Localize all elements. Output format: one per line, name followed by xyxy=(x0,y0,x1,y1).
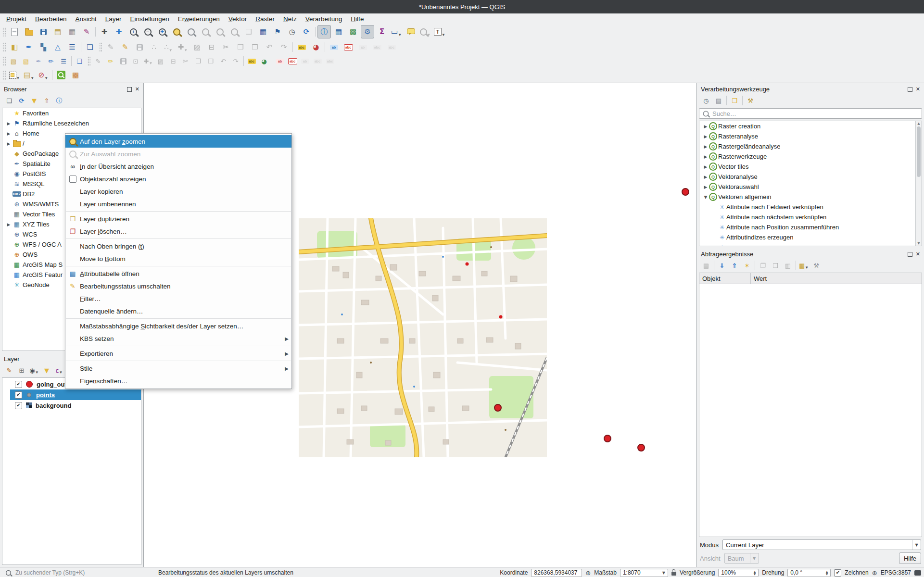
pin-labels-button[interactable]: ab xyxy=(327,40,341,54)
toolbar-grip[interactable] xyxy=(2,56,6,66)
deselect-features-button[interactable]: ⊘▼ xyxy=(37,68,50,82)
processing-group-vektoranalyse[interactable]: ▶QVektoranalyse xyxy=(699,172,922,182)
zoom-in-button[interactable]: + xyxy=(127,25,140,38)
add-raster-layer-button[interactable]: ▚ xyxy=(37,40,50,54)
print-results-button[interactable]: ▥ xyxy=(782,260,794,271)
map-tips-button[interactable] xyxy=(404,25,418,38)
menu-netz[interactable]: Netz xyxy=(279,14,301,24)
highlight-pinned-labels-button[interactable]: abc xyxy=(287,55,298,67)
processing-group-rasteranalyse[interactable]: ▶QRasteranalyse xyxy=(699,131,922,141)
layer-item-points[interactable]: points xyxy=(10,389,141,400)
select-identified-features-button[interactable]: ▦▼ xyxy=(798,260,810,271)
toggle-label-visibility-button[interactable]: abc xyxy=(312,55,323,67)
processing-group-vector-tiles[interactable]: ▶QVector tiles xyxy=(699,162,922,172)
rotation-spinbox[interactable]: 0,0 °▲▼ xyxy=(787,569,831,577)
select-by-value-button[interactable]: ▤▼ xyxy=(22,68,36,82)
sum-features-button[interactable]: Σ xyxy=(375,25,389,38)
add-group-button[interactable]: ⊞ xyxy=(16,364,27,376)
new-geopackage-layer-button[interactable]: ▧ xyxy=(8,55,19,67)
context-menu-item-stile[interactable]: Stile▶ xyxy=(65,362,291,375)
context-menu-item-objektanzahl-anzeigen[interactable]: Objektanzahl anzeigen xyxy=(65,173,291,185)
menu-layer[interactable]: Layer xyxy=(101,14,126,24)
modus-select[interactable]: Current Layer ▼ xyxy=(722,539,921,550)
temporal-controller-button[interactable]: ◷ xyxy=(285,25,299,38)
browser-item-favoriten[interactable]: ★Favoriten xyxy=(2,108,141,118)
new-mesh-layer-button[interactable]: ☰ xyxy=(58,55,69,67)
toolbar-grip[interactable] xyxy=(2,70,6,80)
coordinate-input[interactable]: 826368,5934037 xyxy=(531,569,582,577)
expand-arrow-icon[interactable]: ▶ xyxy=(702,154,709,159)
context-menu-item-auf-den-layer-zoomen[interactable]: Auf den Layer zoomen xyxy=(65,135,291,148)
menu-vektor[interactable]: Vektor xyxy=(224,14,251,24)
zoom-to-layer-button[interactable] xyxy=(170,25,183,38)
delete-selected-button[interactable]: ⊟ xyxy=(205,40,218,54)
advanced-add-record-button[interactable]: ⊡ xyxy=(130,55,141,67)
expand-arrow-icon[interactable]: ▶ xyxy=(5,131,12,136)
refresh-map-button[interactable]: ⟳ xyxy=(300,25,313,38)
advanced-undo-button[interactable]: ↶ xyxy=(217,55,229,67)
toolbar-grip[interactable] xyxy=(87,56,90,66)
scroll-down-icon[interactable]: ▼ xyxy=(917,241,920,246)
expand-arrow-icon[interactable]: ▶ xyxy=(702,185,709,189)
cut-features-button[interactable]: ✂ xyxy=(219,40,233,54)
collapse-tree-button[interactable]: ⇑ xyxy=(729,260,740,271)
advanced-cut-button[interactable]: ✂ xyxy=(180,55,191,67)
layer-diagram-button[interactable]: ◕ xyxy=(309,40,323,54)
hilfe-button[interactable]: Hilfe xyxy=(899,552,921,564)
pan-map-button[interactable]: ✚ xyxy=(98,25,111,38)
scroll-up-icon[interactable]: ▲ xyxy=(917,121,920,126)
processing-close-icon[interactable]: ✕ xyxy=(916,87,920,92)
crs-status[interactable]: EPSG:3857 xyxy=(881,569,911,576)
context-menu-item-in-der-bersicht-anzeigen[interactable]: ∞In der Übersicht anzeigen xyxy=(65,160,291,173)
add-vector-layer-button[interactable]: ✒ xyxy=(22,40,36,54)
advanced-current-edits-button[interactable]: ✎ xyxy=(92,55,104,67)
magnifier-spinbox[interactable]: 100%▲▼ xyxy=(718,569,759,577)
redo-button[interactable]: ↷ xyxy=(277,40,291,54)
browser-refresh-button[interactable]: ⟳ xyxy=(16,95,27,106)
processing-scrollbar[interactable]: ▲ ▼ xyxy=(915,121,922,246)
browser-properties-button[interactable]: ⓘ xyxy=(53,95,65,106)
context-menu-item-zur-auswahl-zoomen[interactable]: Zur Auswahl zoomen xyxy=(65,148,291,160)
osm-place-search-button[interactable] xyxy=(54,68,68,82)
layer-visibility-checkbox[interactable] xyxy=(15,402,22,409)
menu-hilfe[interactable]: Hilfe xyxy=(346,14,368,24)
toolbar-grip[interactable] xyxy=(99,42,102,52)
messages-icon[interactable] xyxy=(914,570,921,576)
layer-visibility-checkbox[interactable] xyxy=(15,391,22,399)
lock-scale-icon[interactable] xyxy=(671,572,676,576)
column-header-objekt[interactable]: Objekt xyxy=(699,273,751,284)
manage-themes-button[interactable]: ◉▼ xyxy=(28,364,40,376)
copy-features-button[interactable]: ❐ xyxy=(234,40,247,54)
pan-to-selection-button[interactable]: ✚ xyxy=(112,25,126,38)
advanced-toggle-editing-button[interactable]: ✏ xyxy=(105,55,116,67)
advanced-redo-button[interactable]: ↷ xyxy=(230,55,241,67)
processing-search-input[interactable]: Suche… xyxy=(699,108,922,119)
processing-toolbox-button[interactable]: ⚙ xyxy=(361,25,374,38)
results-float-icon[interactable] xyxy=(908,252,912,257)
rotate-label-button[interactable]: abc xyxy=(385,40,398,54)
processing-algorithm-item[interactable]: ✳ xyxy=(699,242,922,246)
processing-models-button[interactable]: ❒ xyxy=(729,95,740,106)
layer-labeling-button[interactable]: abc xyxy=(295,40,308,54)
menu-raster[interactable]: Raster xyxy=(251,14,279,24)
context-menu-item-datenquelle-ndern[interactable]: Datenquelle ändern… xyxy=(65,305,291,317)
zoom-out-button[interactable]: − xyxy=(141,25,154,38)
browser-close-icon[interactable]: ✕ xyxy=(135,87,139,92)
new-print-layout-button[interactable]: ▤ xyxy=(51,25,64,38)
select-features-button[interactable]: ▼ xyxy=(8,68,21,82)
results-close-icon[interactable]: ✕ xyxy=(916,251,920,257)
ansicht-select[interactable]: Baum ▼ xyxy=(724,553,759,564)
processing-float-icon[interactable] xyxy=(908,87,912,92)
new-project-button[interactable] xyxy=(8,25,21,38)
processing-results-viewer-button[interactable]: ▤ xyxy=(713,95,724,106)
collapse-arrow-icon[interactable]: ▼ xyxy=(702,195,709,200)
osm-search-settings-button[interactable]: ▼ xyxy=(418,25,432,38)
advanced-copy-button[interactable]: ❐ xyxy=(192,55,204,67)
processing-group-rastergel-ndeanalyse[interactable]: ▶QRastergeländeanalyse xyxy=(699,141,922,151)
processing-group-rasterwerkzeuge[interactable]: ▶QRasterwerkzeuge xyxy=(699,151,922,162)
expand-tree-button[interactable]: ⇓ xyxy=(716,260,728,271)
filter-expression-button[interactable]: ε▼ xyxy=(53,364,65,376)
add-delimited-text-button[interactable]: ☰ xyxy=(65,40,79,54)
new-temporary-scratch-layer-button[interactable]: ❏ xyxy=(74,55,85,67)
crs-globe-icon[interactable]: ⊕ xyxy=(872,569,877,577)
